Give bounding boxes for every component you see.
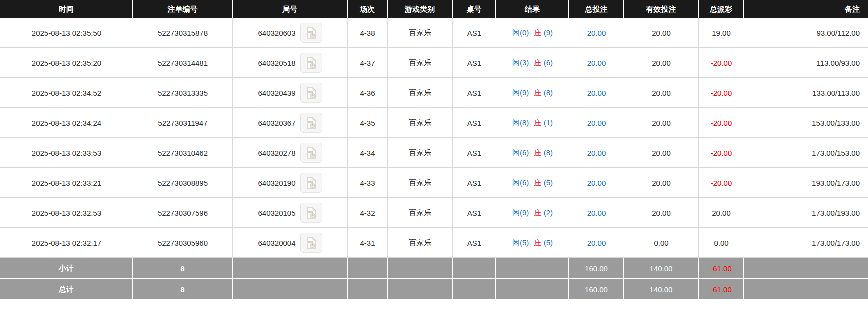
result-player: 闲(9) <box>512 208 529 217</box>
result-cell: 闲(9) 庄 (8) <box>496 78 569 108</box>
session-cell: 4-36 <box>348 78 388 108</box>
time-cell: 2025-08-13 02:33:53 <box>0 138 133 168</box>
result-player: 闲(9) <box>512 88 529 97</box>
round-cell: 640320278 <box>233 138 348 168</box>
result-player: 闲(5) <box>512 238 529 247</box>
result-banker: 庄 <box>534 178 542 187</box>
total-bet-link[interactable]: 20.00 <box>569 108 624 138</box>
bet-id-cell: 522730308895 <box>133 168 233 198</box>
total-bet-link[interactable]: 20.00 <box>569 18 624 48</box>
total-bet-link[interactable]: 20.00 <box>569 138 624 168</box>
result-player: 闲(3) <box>512 58 529 67</box>
result-link[interactable]: 闲(8) 庄 (1) <box>512 118 553 127</box>
col-header-time: 时间 <box>0 0 133 18</box>
result-link[interactable]: 闲(3) 庄 (6) <box>512 58 553 67</box>
col-header-table-no: 桌号 <box>453 0 496 18</box>
video-replay-button[interactable] <box>300 113 322 133</box>
result-link[interactable]: 闲(6) 庄 (5) <box>512 178 553 187</box>
table-no-cell: AS1 <box>453 18 496 48</box>
valid-bet-cell: 20.00 <box>624 78 699 108</box>
video-file-icon <box>304 86 318 100</box>
result-banker-score: (5) <box>544 178 553 187</box>
result-banker-score: (9) <box>544 28 553 37</box>
result-banker-score: (8) <box>544 148 553 157</box>
bet-id-cell: 522730310462 <box>133 138 233 168</box>
session-cell: 4-38 <box>348 18 388 48</box>
remark-cell: 133.00/113.00 <box>744 78 868 108</box>
valid-bet-cell: 20.00 <box>624 198 699 228</box>
result-cell: 闲(5) 庄 (5) <box>496 228 569 258</box>
time-cell: 2025-08-13 02:32:53 <box>0 198 133 228</box>
valid-bet-cell: 0.00 <box>624 228 699 258</box>
total-bet-link[interactable]: 20.00 <box>569 48 624 78</box>
total-bet-link[interactable]: 20.00 <box>569 78 624 108</box>
bet-id-cell: 522730315878 <box>133 18 233 48</box>
video-file-icon <box>304 236 318 250</box>
table-no-cell: AS1 <box>453 228 496 258</box>
table-no-cell: AS1 <box>453 168 496 198</box>
col-header-remark: 备注 <box>744 0 868 18</box>
result-link[interactable]: 闲(9) 庄 (8) <box>512 88 553 97</box>
table-header: 时间 注单编号 局号 场次 游戏类别 桌号 结果 总投注 有效投注 总派彩 备注 <box>0 0 868 18</box>
round-number: 640320367 <box>258 119 295 127</box>
table-no-cell: AS1 <box>453 108 496 138</box>
result-cell: 闲(0) 庄 (9) <box>496 18 569 48</box>
subtotal-total-bet: 160.00 <box>569 258 624 279</box>
round-cell: 640320439 <box>233 78 348 108</box>
payout-cell: -20.00 <box>699 108 744 138</box>
round-cell: 640320105 <box>233 198 348 228</box>
game-type-cell: 百家乐 <box>388 18 453 48</box>
remark-cell: 193.00/173.00 <box>744 168 868 198</box>
payout-cell: -20.00 <box>699 168 744 198</box>
result-banker: 庄 <box>534 148 542 157</box>
result-cell: 闲(6) 庄 (8) <box>496 138 569 168</box>
grand-total-valid-bet: 140.00 <box>624 279 699 300</box>
grand-total-count: 8 <box>133 279 233 300</box>
table-row: 2025-08-13 02:33:21 522730308895 6403201… <box>0 168 868 198</box>
session-cell: 4-31 <box>348 228 388 258</box>
game-type-cell: 百家乐 <box>388 108 453 138</box>
valid-bet-cell: 20.00 <box>624 108 699 138</box>
total-bet-link[interactable]: 20.00 <box>569 198 624 228</box>
video-file-icon <box>304 56 318 70</box>
result-cell: 闲(3) 庄 (6) <box>496 48 569 78</box>
bet-id-cell: 522730307596 <box>133 198 233 228</box>
remark-cell: 113.00/93.00 <box>744 48 868 78</box>
col-header-total-bet: 总投注 <box>569 0 624 18</box>
result-banker: 庄 <box>534 28 542 37</box>
video-replay-button[interactable] <box>300 233 322 253</box>
total-bet-link[interactable]: 20.00 <box>569 228 624 258</box>
round-number: 640320518 <box>258 59 295 67</box>
result-link[interactable]: 闲(0) 庄 (9) <box>512 28 553 37</box>
result-banker-score: (5) <box>544 238 553 247</box>
result-banker: 庄 <box>534 88 542 97</box>
result-link[interactable]: 闲(9) 庄 (2) <box>512 208 553 217</box>
valid-bet-cell: 20.00 <box>624 18 699 48</box>
table-row: 2025-08-13 02:33:53 522730310462 6403202… <box>0 138 868 168</box>
payout-cell: 0.00 <box>699 228 744 258</box>
video-replay-button[interactable] <box>300 23 322 43</box>
time-cell: 2025-08-13 02:34:24 <box>0 108 133 138</box>
table-footer: 小计 8 160.00 140.00 -61.00 总计 8 160.00 14… <box>0 258 868 300</box>
video-replay-button[interactable] <box>300 143 322 163</box>
video-replay-button[interactable] <box>300 53 322 73</box>
time-cell: 2025-08-13 02:33:21 <box>0 168 133 198</box>
round-cell: 640320190 <box>233 168 348 198</box>
subtotal-payout: -61.00 <box>699 258 744 279</box>
game-type-cell: 百家乐 <box>388 48 453 78</box>
video-replay-button[interactable] <box>300 83 322 103</box>
session-cell: 4-37 <box>348 48 388 78</box>
video-replay-button[interactable] <box>300 173 322 193</box>
total-bet-link[interactable]: 20.00 <box>569 168 624 198</box>
time-cell: 2025-08-13 02:32:17 <box>0 228 133 258</box>
round-number: 640320105 <box>258 209 295 217</box>
round-number: 640320603 <box>258 29 295 37</box>
video-file-icon <box>304 176 318 190</box>
result-banker-score: (1) <box>544 118 553 127</box>
time-cell: 2025-08-13 02:34:52 <box>0 78 133 108</box>
result-link[interactable]: 闲(6) 庄 (8) <box>512 148 553 157</box>
grand-total-label: 总计 <box>0 279 133 300</box>
table-row: 2025-08-13 02:35:20 522730314481 6403205… <box>0 48 868 78</box>
result-link[interactable]: 闲(5) 庄 (5) <box>512 238 553 247</box>
video-replay-button[interactable] <box>300 203 322 223</box>
